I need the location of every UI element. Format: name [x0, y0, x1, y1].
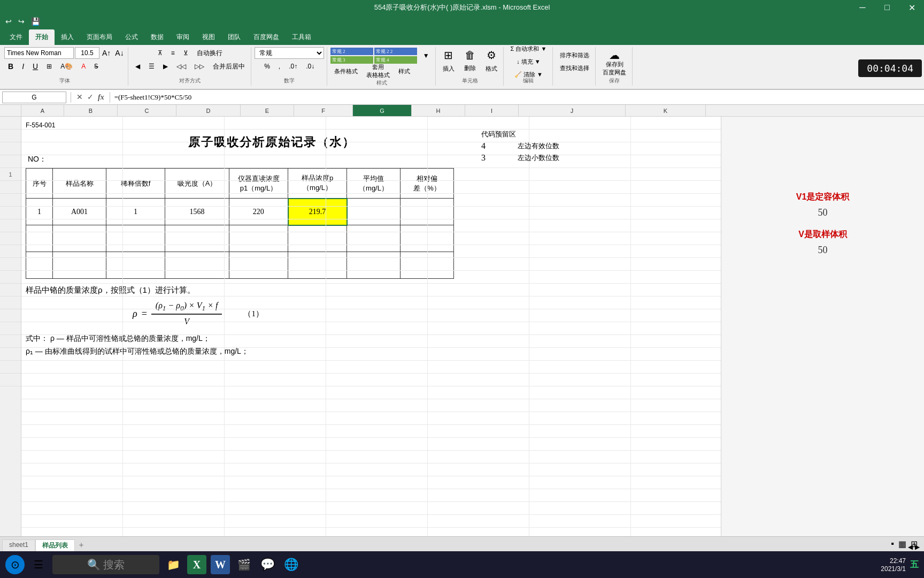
align-right-button[interactable]: ▶ — [159, 60, 172, 72]
col-header-c[interactable]: C — [118, 105, 176, 116]
input-method-icon[interactable]: 五 — [910, 559, 919, 571]
function-icon[interactable]: fx — [97, 92, 105, 103]
start-button[interactable]: ⊙ — [5, 555, 25, 574]
fill-color-button[interactable]: A🎨 — [57, 60, 76, 72]
cancel-formula-icon[interactable]: ✕ — [75, 92, 84, 103]
media-icon[interactable]: 🎬 — [234, 555, 253, 574]
insert-button[interactable]: 插入 — [439, 63, 458, 74]
cell-styles-button[interactable]: 样式 — [395, 65, 414, 77]
taskview-icon[interactable]: ☰ — [29, 555, 48, 574]
cell-empty-r3-5[interactable] — [229, 252, 288, 279]
merge-center-button[interactable]: 合并后居中 — [209, 60, 249, 72]
cell-direct-conc[interactable]: 220 — [229, 199, 288, 225]
confirm-formula-icon[interactable]: ✓ — [86, 92, 95, 103]
style-dropdown-button[interactable]: ▼ — [419, 50, 433, 62]
border-button[interactable]: ⊞ — [43, 60, 56, 72]
align-top-button[interactable]: ⊼ — [154, 47, 166, 59]
cell-empty-r3-7[interactable] — [347, 252, 401, 279]
find-select-button[interactable]: 查找和选择 — [556, 62, 593, 74]
cell-empty-r3-8[interactable] — [401, 252, 454, 279]
sheet-tab-sheet1[interactable]: sheet1 — [2, 539, 35, 551]
explorer-icon[interactable]: 📁 — [164, 555, 183, 574]
italic-button[interactable]: I — [18, 60, 28, 72]
col-header-d[interactable]: D — [176, 105, 241, 116]
cell-empty-8[interactable] — [401, 225, 454, 252]
font-color-button[interactable]: A — [78, 60, 89, 72]
font-size-decrease-button[interactable]: A↓ — [113, 47, 125, 59]
col-header-f[interactable]: F — [294, 105, 353, 116]
tab-data[interactable]: 数据 — [144, 29, 170, 45]
decimal-increase-button[interactable]: .0↑ — [285, 60, 301, 72]
bold-button[interactable]: B — [4, 60, 17, 72]
cell-empty-5[interactable] — [229, 225, 288, 252]
tab-formulas[interactable]: 公式 — [119, 29, 144, 45]
tab-pagelayout[interactable]: 页面布局 — [80, 29, 119, 45]
cell-empty-r3-6[interactable] — [288, 252, 347, 279]
name-box[interactable] — [2, 92, 66, 103]
auto-wrap-button[interactable]: 自动换行 — [193, 47, 226, 59]
cell-empty-3[interactable] — [106, 225, 165, 252]
col-header-b[interactable]: B — [64, 105, 118, 116]
undo-icon[interactable]: ↩ — [3, 16, 14, 27]
col-header-g[interactable]: G — [353, 105, 412, 116]
wechat-icon[interactable]: 💬 — [258, 555, 277, 574]
excel-icon[interactable]: X — [187, 555, 206, 574]
cell-seq[interactable]: 1 — [26, 199, 53, 225]
col-header-a[interactable]: A — [21, 105, 64, 116]
cell-empty-r3-3[interactable] — [106, 252, 165, 279]
formula-input[interactable] — [114, 92, 922, 103]
tab-home[interactable]: 开始 — [29, 29, 55, 45]
col-header-i[interactable]: I — [465, 105, 519, 116]
font-name-input[interactable] — [4, 47, 74, 59]
cell-empty-r3-4[interactable] — [165, 252, 229, 279]
cell-empty-1[interactable] — [26, 225, 53, 252]
tab-review[interactable]: 审阅 — [170, 29, 196, 45]
tab-baidu[interactable]: 百度网盘 — [247, 29, 286, 45]
table-format-button[interactable]: 套用表格格式 — [363, 65, 394, 77]
cell-empty-r3-1[interactable] — [26, 252, 53, 279]
tab-view[interactable]: 视图 — [196, 29, 221, 45]
conditional-format-button[interactable]: 条件格式 — [330, 65, 361, 77]
comma-button[interactable]: , — [275, 60, 284, 72]
decimal-decrease-button[interactable]: .0↓ — [302, 60, 318, 72]
cell-reldev[interactable] — [401, 199, 454, 225]
tab-tools[interactable]: 工具箱 — [286, 29, 318, 45]
underline-button[interactable]: U — [29, 60, 42, 72]
font-size-increase-button[interactable]: A↑ — [101, 47, 112, 59]
tab-insert[interactable]: 插入 — [55, 29, 80, 45]
sheet-content[interactable]: F-554-001 原子吸收分析原始记录（水） 代码预留区 4 左边有效位数 — [21, 117, 721, 536]
indent-increase-button[interactable]: ▷▷ — [191, 60, 208, 72]
add-sheet-button[interactable]: + — [75, 539, 88, 551]
cell-empty-4[interactable] — [165, 225, 229, 252]
sheet-tab-samples[interactable]: 样品列表 — [35, 539, 75, 551]
cell-empty-r3-2[interactable] — [53, 252, 106, 279]
font-size-input[interactable] — [75, 47, 99, 59]
col-header-k[interactable]: K — [626, 105, 706, 116]
cell-empty-2[interactable] — [53, 225, 106, 252]
col-header-h[interactable]: H — [412, 105, 465, 116]
tab-team[interactable]: 团队 — [221, 29, 247, 45]
sort-filter-button[interactable]: 排序和筛选 — [556, 49, 593, 61]
align-center-button[interactable]: ☰ — [145, 60, 158, 72]
redo-icon[interactable]: ↪ — [16, 16, 27, 27]
view-layout-icon[interactable]: ▦ — [898, 539, 906, 549]
cell-empty-7[interactable] — [347, 225, 401, 252]
align-bottom-button[interactable]: ⊻ — [180, 47, 192, 59]
cell-empty-6[interactable] — [288, 225, 347, 252]
cell-dilution[interactable]: 1 — [106, 199, 165, 225]
strikethrough-button[interactable]: S̶ — [90, 60, 102, 72]
close-button[interactable]: ✕ — [899, 0, 924, 15]
word-icon[interactable]: W — [211, 555, 230, 574]
cell-absorbance[interactable]: 1568 — [165, 199, 229, 225]
percent-button[interactable]: % — [260, 60, 274, 72]
align-middle-button[interactable]: ≡ — [167, 47, 179, 59]
view-page-icon[interactable]: ⊞ — [911, 539, 918, 549]
fill-button[interactable]: ↓ 填充 ▼ — [513, 56, 544, 67]
save-icon[interactable]: 💾 — [29, 16, 42, 27]
align-left-button[interactable]: ◀ — [132, 60, 144, 72]
cell-name[interactable]: A001 — [53, 199, 106, 225]
view-normal-icon[interactable]: ▪ — [891, 539, 894, 549]
cell-sample-conc[interactable]: 219.7 — [288, 199, 347, 225]
cell-avg[interactable] — [347, 199, 401, 225]
col-header-e[interactable]: E — [241, 105, 294, 116]
